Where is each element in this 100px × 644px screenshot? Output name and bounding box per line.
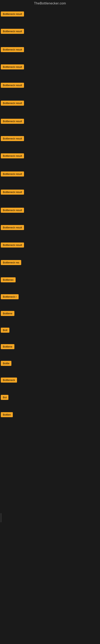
result-row-6[interactable]: Bottleneck result <box>1 100 24 106</box>
bottleneck-badge[interactable]: Bottleneck result <box>1 153 24 158</box>
bottleneck-badge[interactable]: Bottleneck result <box>1 100 24 106</box>
result-row-22[interactable]: Bottleneck <box>1 378 17 384</box>
result-row-8[interactable]: Bottleneck result <box>1 136 24 142</box>
bottleneck-badge[interactable]: Bottlen <box>1 412 13 417</box>
bottleneck-badge[interactable]: Bottleneck result <box>1 242 24 248</box>
result-row-3[interactable]: Bottleneck result <box>1 47 24 53</box>
result-row-1[interactable]: Bottleneck result <box>1 12 24 17</box>
result-row-21[interactable]: Bottle <box>1 361 11 367</box>
bottleneck-badge[interactable]: Bottleneck result <box>1 47 24 52</box>
bottleneck-badge[interactable]: Bottle <box>1 361 11 366</box>
bottleneck-badge[interactable]: Bot <box>1 395 8 400</box>
result-row-12[interactable]: Bottleneck result <box>1 208 24 214</box>
result-row-7[interactable]: Bottleneck result <box>1 119 24 124</box>
result-row-23[interactable]: Bot <box>1 395 8 401</box>
result-row-17[interactable]: Bottleneck r <box>1 294 19 300</box>
cursor-line <box>1 513 1 522</box>
result-row-24[interactable]: Bottlen <box>1 412 13 418</box>
bottleneck-badge[interactable]: Bottleneck res <box>1 260 21 265</box>
bottleneck-badge[interactable]: Bottleneck result <box>1 225 24 230</box>
result-row-19[interactable]: Bott <box>1 328 9 334</box>
bottleneck-badge[interactable]: Bottleneck result <box>1 12 24 16</box>
bottleneck-badge[interactable]: Bottleneck result <box>1 119 24 124</box>
result-row-20[interactable]: Bottlene <box>1 344 14 350</box>
bottleneck-badge[interactable]: Bottleneck result <box>1 136 24 141</box>
site-title: TheBottlenecker.com <box>0 0 100 8</box>
bottleneck-badge[interactable]: Bottleneck r <box>1 294 19 299</box>
bottleneck-badge[interactable]: Bottleneck result <box>1 172 24 176</box>
bottleneck-badge[interactable]: Bottleneck result <box>1 208 24 213</box>
result-row-2[interactable]: Bottleneck result <box>1 29 24 34</box>
result-row-4[interactable]: Bottleneck result <box>1 64 24 70</box>
bottleneck-badge[interactable]: Bottleneck result <box>1 29 24 34</box>
result-row-15[interactable]: Bottleneck res <box>1 260 21 266</box>
result-row-13[interactable]: Bottleneck result <box>1 225 24 231</box>
bottleneck-badge[interactable]: Bottleneck result <box>1 64 24 70</box>
result-row-11[interactable]: Bottleneck result <box>1 190 24 196</box>
bottleneck-badge[interactable]: Bott <box>1 328 9 333</box>
bottleneck-badge[interactable]: Bottleneck result <box>1 83 24 88</box>
result-row-9[interactable]: Bottleneck result <box>1 153 24 159</box>
bottleneck-badge[interactable]: Bottlene <box>1 344 14 349</box>
result-row-5[interactable]: Bottleneck result <box>1 83 24 88</box>
result-row-10[interactable]: Bottleneck result <box>1 172 24 177</box>
result-row-14[interactable]: Bottleneck result <box>1 242 24 248</box>
result-row-16[interactable]: Bottlenec <box>1 277 16 283</box>
bottleneck-badge[interactable]: Bottlene <box>1 311 14 316</box>
result-row-18[interactable]: Bottlene <box>1 311 14 317</box>
bottleneck-badge[interactable]: Bottlenec <box>1 277 16 282</box>
bottleneck-badge[interactable]: Bottleneck <box>1 378 17 382</box>
bottleneck-badge[interactable]: Bottleneck result <box>1 190 24 194</box>
